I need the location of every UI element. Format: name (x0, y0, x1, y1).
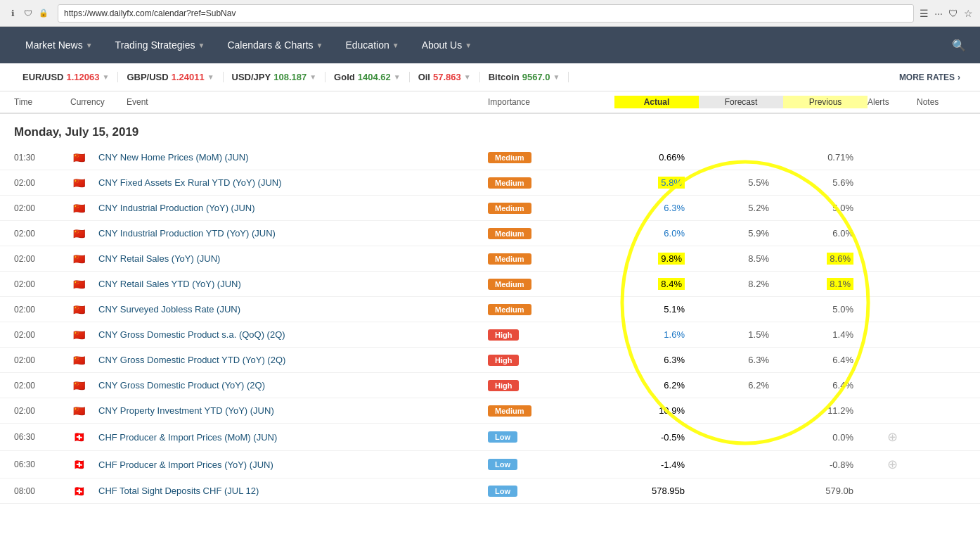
chevron-down-icon[interactable]: ▼ (207, 73, 214, 81)
country-flag: 🇨🇭 (70, 459, 87, 470)
importance-badge: High (488, 329, 614, 341)
nav-market-news-label: Market News (25, 39, 83, 51)
reader-icon[interactable]: ☰ (920, 8, 929, 19)
more-rates-button[interactable]: MORE RATES › (894, 72, 966, 82)
event-name[interactable]: CNY Surveyed Jobless Rate (JUN) (98, 304, 488, 315)
event-name[interactable]: CHF Producer & Import Prices (MoM) (JUN) (98, 432, 488, 443)
star-icon[interactable]: ☆ (964, 8, 973, 19)
rates-bar: EUR/USD 1.12063 ▼ GBP/USD 1.24011 ▼ USD/… (0, 63, 980, 91)
event-name[interactable]: CNY Gross Domestic Product (YoY) (2Q) (98, 380, 488, 391)
previous-value: 8.1% (783, 279, 868, 289)
table-row: 06:30 🇨🇭 CHF Producer & Import Prices (M… (0, 424, 980, 451)
col-actual: Actual (614, 96, 699, 108)
col-time: Time (14, 97, 70, 107)
nav-calendars-charts[interactable]: Calendars & Charts ▼ (216, 27, 334, 63)
forecast-value: 1.5% (699, 329, 783, 340)
event-name[interactable]: CNY Retail Sales (YoY) (JUN) (98, 253, 488, 264)
add-alert-icon[interactable]: ⊕ (887, 457, 898, 471)
importance-badge: Medium (488, 279, 614, 290)
previous-value: 6.4% (783, 355, 868, 365)
event-time: 02:00 (14, 355, 70, 365)
actual-value: 5.8% (614, 177, 699, 188)
importance-badge: Medium (488, 203, 614, 214)
event-name[interactable]: CNY Retail Sales YTD (YoY) (JUN) (98, 279, 488, 289)
event-name[interactable]: CNY Industrial Production YTD (YoY) (JUN… (98, 228, 488, 239)
actual-value: 6.0% (614, 228, 699, 239)
event-time: 02:00 (14, 330, 70, 340)
chevron-down-icon: ▼ (316, 42, 323, 49)
table-row: 02:00 🇨🇳 CNY Industrial Production YTD (… (0, 221, 980, 246)
previous-value: 5.0% (783, 203, 868, 213)
importance-badge: Low (488, 459, 614, 470)
event-name[interactable]: CNY Gross Domestic Product YTD (YoY) (2Q… (98, 355, 488, 365)
importance-badge: Medium (488, 177, 614, 189)
event-name[interactable]: CHF Producer & Import Prices (YoY) (JUN) (98, 459, 488, 470)
event-time: 02:00 (14, 279, 70, 289)
table-row: 02:00 🇨🇳 CNY Retail Sales (YoY) (JUN) Me… (0, 246, 980, 272)
country-flag: 🇨🇳 (70, 355, 87, 366)
rate-usdjpy[interactable]: USD/JPY 108.187 ▼ (224, 72, 326, 82)
previous-value: 6.0% (783, 228, 868, 239)
event-name[interactable]: CNY Fixed Assets Ex Rural YTD (YoY) (JUN… (98, 177, 488, 188)
rate-gold-value: 1404.62 (358, 72, 391, 82)
rate-oil[interactable]: Oil 57.863 ▼ (410, 72, 480, 82)
previous-value: 11.2% (783, 405, 868, 416)
importance-badge: Low (488, 486, 614, 497)
col-previous: Previous (783, 96, 868, 108)
rate-bitcoin[interactable]: Bitcoin 9567.0 ▼ (480, 72, 569, 82)
country-flag: 🇨🇳 (70, 203, 87, 214)
importance-badge: Medium (488, 152, 614, 163)
event-time: 06:30 (14, 432, 70, 442)
event-name[interactable]: CHF Total Sight Deposits CHF (JUL 12) (98, 486, 488, 496)
event-time: 02:00 (14, 203, 70, 213)
rate-bitcoin-label: Bitcoin (489, 72, 520, 82)
browser-bar: ℹ 🛡 🔒 https://www.dailyfx.com/calendar?r… (0, 0, 980, 27)
chevron-down-icon: ▼ (86, 42, 93, 49)
nav-education-label: Education (345, 39, 389, 51)
info-icon: ℹ (7, 8, 18, 19)
add-alert-icon[interactable]: ⊕ (887, 430, 898, 444)
browser-security-icons: ℹ 🛡 🔒 (7, 8, 52, 19)
country-flag: 🇨🇳 (70, 380, 87, 391)
nav-education[interactable]: Education ▼ (334, 27, 410, 63)
chevron-down-icon: ▼ (465, 42, 472, 49)
chevron-down-icon[interactable]: ▼ (464, 73, 471, 81)
nav-trading-strategies[interactable]: Trading Strategies ▼ (104, 27, 217, 63)
nav-market-news[interactable]: Market News ▼ (14, 27, 104, 63)
main-nav: Market News ▼ Trading Strategies ▼ Calen… (0, 27, 980, 63)
event-name[interactable]: CNY Industrial Production (YoY) (JUN) (98, 203, 488, 213)
importance-badge: High (488, 355, 614, 366)
forecast-value: 5.9% (699, 228, 783, 239)
rate-eurusd[interactable]: EUR/USD 1.12063 ▼ (14, 72, 118, 82)
importance-badge: Medium (488, 304, 614, 315)
event-time: 06:30 (14, 459, 70, 469)
event-name[interactable]: CNY New Home Prices (MoM) (JUN) (98, 152, 488, 163)
country-flag: 🇨🇭 (70, 431, 87, 443)
chevron-down-icon: ▼ (198, 42, 205, 49)
more-icon[interactable]: ··· (934, 8, 943, 19)
address-bar[interactable]: https://www.dailyfx.com/calendar?ref=Sub… (58, 4, 914, 23)
actual-value: 0.66% (614, 152, 699, 163)
chevron-down-icon[interactable]: ▼ (103, 73, 110, 81)
actual-value: 5.1% (614, 304, 699, 315)
chevron-right-icon: › (958, 72, 960, 82)
forecast-value: 6.3% (699, 355, 783, 365)
chevron-down-icon[interactable]: ▼ (553, 73, 560, 81)
rate-gbpusd[interactable]: GBP/USD 1.24011 ▼ (118, 72, 223, 82)
nav-about-us[interactable]: About Us ▼ (411, 27, 484, 63)
forecast-value: 6.2% (699, 380, 783, 391)
events-container: 01:30 🇨🇳 CNY New Home Prices (MoM) (JUN)… (0, 145, 980, 504)
chevron-down-icon[interactable]: ▼ (394, 73, 401, 81)
previous-value: 6.4% (783, 380, 868, 391)
chevron-down-icon[interactable]: ▼ (309, 73, 316, 81)
table-row: 02:00 🇨🇳 CNY Property Investment YTD (Yo… (0, 398, 980, 424)
event-time: 02:00 (14, 229, 70, 239)
event-name[interactable]: CNY Property Investment YTD (YoY) (JUN) (98, 405, 488, 416)
event-time: 02:00 (14, 178, 70, 188)
table-row: 02:00 🇨🇳 CNY Gross Domestic Product s.a.… (0, 322, 980, 348)
search-icon[interactable]: 🔍 (952, 39, 966, 52)
rate-gold[interactable]: Gold 1404.62 ▼ (325, 72, 410, 82)
rate-bitcoin-value: 9567.0 (522, 72, 550, 82)
event-name[interactable]: CNY Gross Domestic Product s.a. (QoQ) (2… (98, 329, 488, 340)
rate-gbpusd-label: GBP/USD (127, 72, 168, 82)
